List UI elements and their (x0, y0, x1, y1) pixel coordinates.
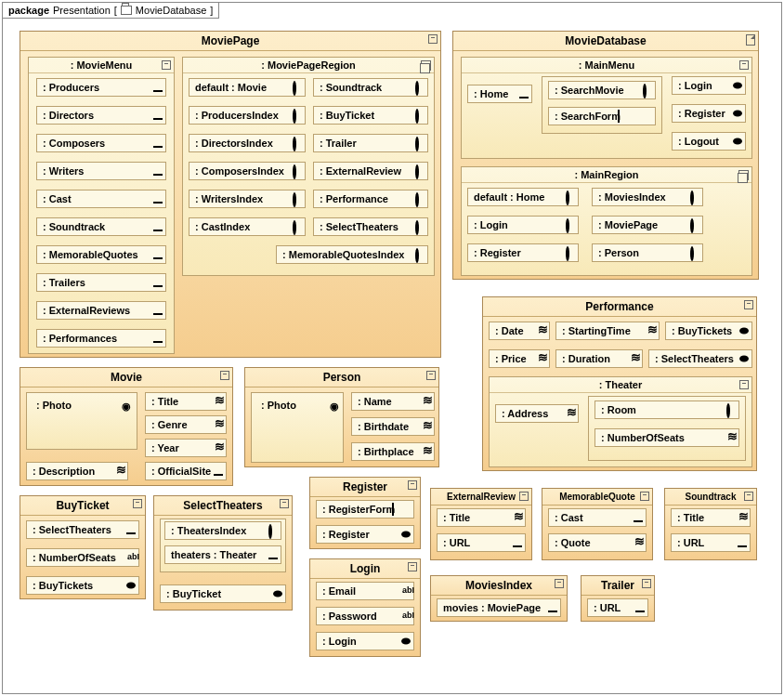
attr-mr-register: : Register (467, 243, 579, 262)
attr-logout: : Logout (672, 132, 746, 151)
attr-mq-quote: : Quote≋ (548, 533, 647, 552)
dot-icon (401, 532, 411, 538)
circle-icon (566, 190, 569, 205)
attr-photo: : Photo◉ (31, 397, 105, 414)
link-icon (153, 166, 163, 176)
link-icon (634, 513, 643, 522)
attr-person: : Person (592, 243, 703, 262)
attr-extreviews: : ExternalReviews (36, 301, 166, 320)
searchmovie-box: : SearchMovie : SearchForm (542, 76, 662, 134)
circle-icon (415, 220, 419, 235)
attr-trailer-r: : Trailer (313, 134, 428, 152)
waves-icon: ≋ (215, 420, 224, 429)
class-icon (640, 492, 649, 501)
link-icon (635, 603, 645, 612)
package-name: Presentation (53, 5, 111, 16)
register-class: Register : RegisterForm : Register (309, 477, 421, 549)
link-icon (153, 222, 163, 231)
circle-icon (690, 218, 694, 233)
waves-icon: ≋ (538, 326, 547, 335)
waves-icon: ≋ (727, 433, 737, 442)
link-icon (153, 194, 163, 204)
trailer-class: Trailer : URL (581, 575, 655, 622)
attr-bt-buy: : BuyTickets (26, 576, 139, 595)
link-icon (519, 89, 529, 98)
class-icon (739, 380, 749, 389)
attr-regbtn: : Register (316, 525, 414, 544)
login-title: Login (350, 562, 381, 575)
dot-icon (739, 328, 749, 335)
link-icon (153, 306, 163, 315)
circle-icon (726, 403, 730, 418)
class-icon (220, 371, 229, 380)
attr-mr-login: : Login (467, 216, 579, 234)
room-box: : Room : NumberOfSeats≋ (588, 396, 746, 461)
class-icon (744, 300, 753, 309)
link-icon (153, 250, 163, 259)
dot-icon (733, 111, 742, 117)
form-icon (618, 110, 620, 123)
form-icon (392, 503, 394, 516)
circle-icon (293, 109, 296, 124)
attr-bt-seats: : NumberOfSeatsabI (26, 548, 139, 567)
circle-icon (293, 192, 296, 207)
link-icon (153, 334, 163, 343)
circle-icon (566, 246, 569, 261)
attr-er-title: : Title≋ (437, 508, 526, 527)
class-icon (642, 579, 651, 588)
circle-icon (293, 220, 296, 235)
moviemenu-title: : MovieMenu (71, 59, 133, 71)
package-frame: package Presentation [ MovieDatabase ] M… (2, 2, 782, 694)
package-tab: package Presentation [ MovieDatabase ] (3, 3, 219, 19)
memorablequote-title: MemorableQuote (559, 492, 635, 502)
abi-icon: abI (402, 611, 412, 621)
moviepage-class: MoviePage : MovieMenu : Producers : Dire… (20, 31, 441, 358)
attr-trailers: : Trailers (36, 273, 166, 292)
attr-home: : Home (467, 85, 532, 103)
movie-class: Movie : Photo◉ : Title≋ : Genre≋ : Year≋… (20, 367, 233, 486)
waves-icon: ≋ (514, 513, 523, 522)
attr-directors: : Directors (36, 106, 166, 125)
attr-buyticket-r: : BuyTicket (313, 106, 428, 125)
waves-icon: ≋ (423, 447, 432, 456)
package-keyword: package (8, 5, 49, 16)
externalreview-title: ExternalReview (447, 492, 516, 502)
link-icon (214, 466, 223, 476)
link-icon (513, 538, 522, 547)
link-icon (153, 278, 163, 287)
attr-email: : EmailabI (316, 582, 414, 600)
attr-st-title: : Title≋ (671, 508, 751, 527)
waves-icon: ≋ (423, 397, 432, 406)
attr-movies: movies : MoviePage (437, 598, 561, 617)
attr-writers: : Writers (36, 162, 166, 180)
attr-producers: : Producers (36, 78, 166, 97)
waves-icon: ≋ (634, 538, 644, 547)
attr-default-movie: default : Movie (189, 78, 306, 97)
mainregion-title: : MainRegion (574, 169, 638, 180)
attr-regform: : RegisterForm (316, 500, 414, 519)
attr-price: : Price≋ (489, 349, 550, 368)
attr-trailer-url: : URL (587, 598, 648, 617)
dot-icon (739, 356, 749, 362)
soundtrack-class: Soundtrack : Title≋ : URL (664, 488, 757, 560)
attr-er-url: : URL (437, 533, 526, 552)
mainmenu: : MainMenu : Home : SearchMovie : Search… (461, 57, 752, 159)
dot-icon (401, 638, 411, 645)
attr-login: : Login (672, 76, 746, 95)
attr-birthdate: : Birthdate≋ (351, 417, 435, 436)
waves-icon: ≋ (631, 354, 640, 363)
movie-photo-box: : Photo◉ (26, 392, 137, 450)
package-context: MovieDatabase (136, 5, 206, 16)
link-icon (268, 550, 278, 559)
waves-icon: ≋ (567, 409, 576, 418)
attr-starttime: : StartingTime≋ (555, 322, 660, 340)
class-icon (428, 34, 438, 44)
attr-seats: : NumberOfSeats≋ (595, 428, 739, 447)
attr-address: : Address≋ (495, 404, 579, 423)
link-icon (738, 538, 747, 547)
attr-moviepage: : MoviePage (592, 216, 703, 234)
person-photo-box: : Photo◉ (251, 392, 344, 463)
performance-class: Performance : Date≋ : StartingTime≋ : Bu… (482, 296, 757, 471)
attr-duration: : Duration≋ (555, 349, 643, 368)
attr-birthplace: : Birthplace≋ (351, 442, 435, 461)
